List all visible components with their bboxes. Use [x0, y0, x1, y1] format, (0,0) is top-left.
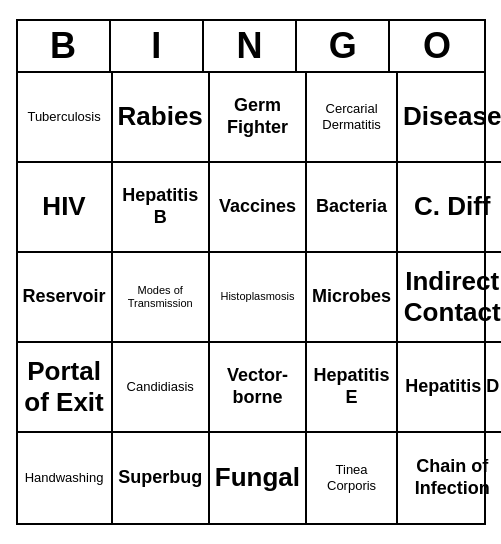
bingo-cell: Candidiasis [113, 343, 210, 433]
bingo-cell: HIV [18, 163, 113, 253]
bingo-cell: Tuberculosis [18, 73, 113, 163]
cell-label: Handwashing [25, 470, 104, 486]
cell-label: Superbug [118, 467, 202, 489]
bingo-cell: Reservoir [18, 253, 113, 343]
cell-label: Rabies [118, 101, 203, 132]
cell-label: Hepatitis D [405, 376, 499, 398]
bingo-cell: Handwashing [18, 433, 113, 523]
bingo-cell: Bacteria [307, 163, 398, 253]
cell-label: Tuberculosis [27, 109, 100, 125]
cell-label: Portal of Exit [23, 356, 106, 418]
bingo-letter: G [297, 21, 390, 71]
bingo-cell: Superbug [113, 433, 210, 523]
bingo-letter: N [204, 21, 297, 71]
bingo-cell: Microbes [307, 253, 398, 343]
cell-label: Histoplasmosis [220, 290, 294, 303]
cell-label: Indirect Contact [403, 266, 501, 328]
cell-label: Tinea Corporis [312, 462, 391, 493]
bingo-card: BINGO TuberculosisRabiesGerm FighterCerc… [16, 19, 486, 525]
bingo-letter: I [111, 21, 204, 71]
bingo-cell: Disease [398, 73, 501, 163]
cell-label: Vaccines [219, 196, 296, 218]
bingo-cell: Hepatitis B [113, 163, 210, 253]
bingo-cell: Chain of Infection [398, 433, 501, 523]
cell-label: Bacteria [316, 196, 387, 218]
bingo-cell: Rabies [113, 73, 210, 163]
bingo-cell: Vaccines [210, 163, 307, 253]
cell-label: Chain of Infection [403, 456, 501, 499]
bingo-letter: O [390, 21, 483, 71]
cell-label: C. Diff [414, 191, 491, 222]
bingo-cell: Germ Fighter [210, 73, 307, 163]
bingo-cell: Hepatitis D [398, 343, 501, 433]
bingo-letter: B [18, 21, 111, 71]
bingo-cell: Fungal [210, 433, 307, 523]
cell-label: Vector-borne [215, 365, 300, 408]
bingo-cell: Indirect Contact [398, 253, 501, 343]
cell-label: Germ Fighter [215, 95, 300, 138]
bingo-cell: Histoplasmosis [210, 253, 307, 343]
bingo-grid: TuberculosisRabiesGerm FighterCercarial … [18, 73, 484, 523]
bingo-cell: Portal of Exit [18, 343, 113, 433]
cell-label: Candidiasis [127, 379, 194, 395]
cell-label: Cercarial Dermatitis [312, 101, 391, 132]
bingo-cell: Tinea Corporis [307, 433, 398, 523]
cell-label: Modes of Transmission [118, 284, 203, 310]
cell-label: Microbes [312, 286, 391, 308]
bingo-cell: Cercarial Dermatitis [307, 73, 398, 163]
cell-label: Fungal [215, 462, 300, 493]
cell-label: Disease [403, 101, 501, 132]
cell-label: HIV [42, 191, 85, 222]
bingo-cell: Hepatitis E [307, 343, 398, 433]
cell-label: Hepatitis B [118, 185, 203, 228]
cell-label: Hepatitis E [312, 365, 391, 408]
bingo-header: BINGO [18, 21, 484, 73]
cell-label: Reservoir [23, 286, 106, 308]
bingo-cell: Vector-borne [210, 343, 307, 433]
bingo-cell: C. Diff [398, 163, 501, 253]
bingo-cell: Modes of Transmission [113, 253, 210, 343]
